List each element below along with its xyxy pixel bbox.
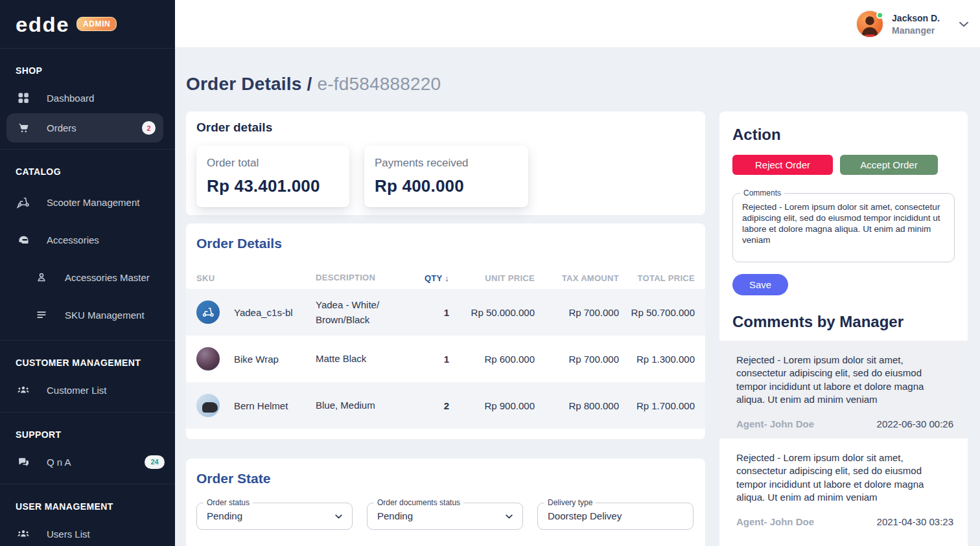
logo[interactable]: edde ADMIN <box>0 0 175 49</box>
accept-order-button[interactable]: Accept Order <box>840 155 938 175</box>
field-value: Pending <box>368 503 522 529</box>
sidebar-item-accessories-master[interactable]: Accessories Master <box>0 258 175 296</box>
col-header-qty-sorted[interactable]: QTY ↓ <box>414 273 449 283</box>
chat-icon <box>16 455 31 469</box>
user-name: Jackson D. <box>892 12 940 25</box>
logo-wordmark: edde <box>16 14 69 34</box>
action-panel: Action Reject Order Accept Order Comment… <box>719 111 968 546</box>
dashboard-grid-icon <box>16 91 31 104</box>
sidebar-item-customer-list[interactable]: Customer List <box>0 374 175 405</box>
stat-payments-received: Payments received Rp 400.000 <box>364 146 528 207</box>
comments-input-label: Comments <box>740 188 784 198</box>
comment-author: Agent- John Doe <box>736 516 814 527</box>
stat-label: Order total <box>207 157 339 170</box>
sidebar: edde ADMIN SHOP Dashboard Orders 2 CATAL… <box>0 0 175 546</box>
comment-text: Rejected - Lorem ipsum dolor sit amet, c… <box>736 451 953 504</box>
sidebar-item-accessories[interactable]: Accessories <box>0 221 175 258</box>
sidebar-item-qna[interactable]: Q n A 24 <box>0 446 175 477</box>
helmet-icon <box>16 233 31 247</box>
avatar <box>856 10 884 38</box>
field-label: Order documents status <box>374 498 463 507</box>
col-header-total-price[interactable]: TOTAL PRICE <box>619 273 695 283</box>
order-state-fields: Order status Pending Order documents sta… <box>196 503 695 530</box>
sidebar-item-label: Accessories <box>47 234 99 245</box>
cell-unit-price: Rp 50.000.000 <box>449 307 535 318</box>
manager-comment-item: Rejected - Lorem ipsum dolor sit amet, c… <box>719 438 968 536</box>
page-title-text: Order Details / <box>186 74 317 94</box>
sidebar-item-scooter-management[interactable]: Scooter Management <box>0 183 175 221</box>
nav-section-support: SUPPORT Q n A 24 <box>0 413 175 484</box>
sidebar-item-sku-management[interactable]: SKU Management <box>0 296 175 334</box>
field-value: Pending <box>197 503 352 529</box>
qna-count-badge: 24 <box>145 455 165 469</box>
reject-order-button[interactable]: Reject Order <box>732 155 833 175</box>
product-thumbnail-bike-wrap <box>196 347 220 370</box>
nav-section-title: USER MANAGEMENT <box>0 484 175 518</box>
sidebar-item-users-list[interactable]: Users List <box>0 518 175 546</box>
field-label: Delivery type <box>544 498 596 507</box>
sidebar-item-label: Scooter Management <box>47 197 139 208</box>
col-header-sku[interactable]: SKU <box>196 273 316 283</box>
stat-value: Rp 43.401.000 <box>207 176 339 196</box>
cell-total-price: Rp 1.700.000 <box>619 400 695 411</box>
cell-unit-price: Rp 600.000 <box>449 354 535 365</box>
cart-icon <box>16 121 31 135</box>
cell-tax-amount: Rp 700.000 <box>535 307 619 318</box>
chevron-down-icon[interactable] <box>334 512 344 524</box>
cell-sku: Bern Helmet <box>234 400 288 411</box>
sidebar-item-label: Q n A <box>47 457 71 468</box>
delivery-type-field[interactable]: Delivery type Doorstep Delivey <box>537 503 694 530</box>
cell-qty: 2 <box>414 400 449 411</box>
stat-order-total: Order total Rp 43.401.000 <box>196 146 349 207</box>
cell-tax-amount: Rp 700.000 <box>535 354 619 365</box>
table-row[interactable]: Yadea_c1s-bl Yadea - White/ Brown/Black … <box>186 289 705 336</box>
main-content: Order Details / e-fd584888220 Order deta… <box>175 48 980 546</box>
scooter-icon <box>16 195 31 209</box>
sidebar-item-label: Orders <box>47 122 76 133</box>
nav-section-title: SUPPORT <box>0 413 175 446</box>
order-state-title: Order State <box>196 471 695 486</box>
field-value: Doorstep Delivey <box>538 503 693 529</box>
cell-description: Blue, Medium <box>316 398 414 413</box>
col-header-tax-amount[interactable]: TAX AMOUNT <box>535 273 619 283</box>
col-header-description[interactable]: DESCRIPTION <box>316 271 414 284</box>
app-window: edde ADMIN SHOP Dashboard Orders 2 CATAL… <box>0 0 980 546</box>
comments-input-value: Rejected - Lorem ipsum dolor sit amet, c… <box>742 201 945 246</box>
admin-badge: ADMIN <box>76 17 117 31</box>
cell-description: Matte Black <box>316 351 414 366</box>
cell-sku: Yadea_c1s-bl <box>234 307 293 318</box>
order-documents-status-select[interactable]: Order documents status Pending <box>367 503 523 530</box>
orders-count-badge: 2 <box>142 121 156 135</box>
stat-value: Rp 400.000 <box>375 176 518 196</box>
sidebar-item-orders[interactable]: Orders 2 <box>6 113 163 142</box>
chevron-down-icon[interactable] <box>504 512 514 524</box>
table-row[interactable]: Bern Helmet Blue, Medium 2 Rp 900.000 Rp… <box>186 382 705 429</box>
nav-section-catalog: CATALOG Scooter Management Accessories A… <box>0 150 175 341</box>
nav-section-title: CUSTOMER MANAGEMENT <box>0 341 175 374</box>
nav-section-title: CATALOG <box>0 150 175 183</box>
comment-author: Agent- John Doe <box>736 418 814 429</box>
order-status-select[interactable]: Order status Pending <box>196 503 353 530</box>
save-button[interactable]: Save <box>732 274 788 295</box>
col-header-unit-price[interactable]: UNIT PRICE <box>449 273 535 283</box>
product-thumbnail-scooter <box>196 301 220 324</box>
order-items-card: Order Details SKU DESCRIPTION QTY ↓ UNIT… <box>186 223 705 439</box>
nav-section-title: SHOP <box>0 49 175 82</box>
product-thumbnail-helmet <box>196 394 220 417</box>
comment-text: Rejected - Lorem ipsum dolor sit amet, c… <box>736 354 953 406</box>
cell-qty: 1 <box>414 307 449 318</box>
sidebar-item-dashboard[interactable]: Dashboard <box>0 82 175 113</box>
chevron-down-icon[interactable] <box>957 17 971 31</box>
person-icon <box>34 271 49 284</box>
sidebar-item-label: Users List <box>47 529 90 540</box>
action-buttons: Reject Order Accept Order <box>732 155 955 175</box>
nav-section-user-management: USER MANAGEMENT Users List <box>0 484 175 546</box>
cell-tax-amount: Rp 800.000 <box>535 400 619 411</box>
table-row[interactable]: Bike Wrap Matte Black 1 Rp 600.000 Rp 70… <box>186 336 705 382</box>
comments-input[interactable]: Comments Rejected - Lorem ipsum dolor si… <box>732 193 955 262</box>
cell-unit-price: Rp 900.000 <box>449 400 535 411</box>
sidebar-item-label: SKU Management <box>65 310 145 321</box>
group-icon <box>16 383 31 397</box>
user-menu[interactable]: Jackson D. Mananger <box>856 10 971 38</box>
user-role: Mananger <box>892 25 940 36</box>
